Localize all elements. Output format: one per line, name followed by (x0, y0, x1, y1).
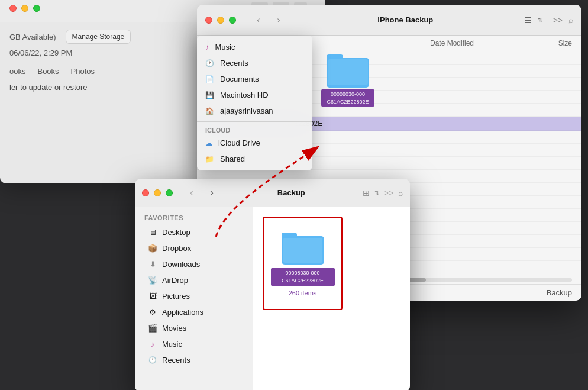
favorites-label: Favorites (135, 212, 253, 224)
chevrons-icon[interactable]: >> (553, 15, 563, 25)
finder-forward-button[interactable]: › (203, 185, 220, 201)
tab-books[interactable]: Books (37, 67, 59, 76)
back-button[interactable]: ‹ (250, 12, 267, 28)
popover-icloud-label: iCloud Drive (218, 138, 260, 147)
popover-recents-label: Recents (220, 59, 248, 67)
popover-hd-label: Macintosh HD (220, 91, 269, 99)
pictures-icon: 🖼 (148, 291, 157, 301)
backup-folder-icon (282, 230, 324, 265)
popover-item-macintosh[interactable]: 💾 Macintosh HD (197, 87, 312, 103)
svg-rect-8 (283, 238, 322, 263)
icloud-section-label: iCloud (197, 124, 312, 135)
sidebar-item-recents[interactable]: 🕐 Recents (138, 352, 249, 368)
svg-rect-5 (328, 59, 368, 85)
finder-grid-icon[interactable]: ⊞ (363, 188, 370, 198)
sidebar-item-downloads[interactable]: ⬇ Downloads (138, 256, 249, 272)
nav-buttons: ‹ › (250, 12, 287, 28)
sidebar-pictures-label: Pictures (162, 292, 190, 301)
icloud-icon: ☁ (205, 139, 212, 147)
finder-titlebar: ‹ › Backup ⊞ ⇅ >> ⌕ (135, 179, 410, 207)
storage-info: GB Available) (9, 33, 56, 41)
finder-chevrons-icon[interactable]: >> (384, 188, 393, 198)
main-minimize-button[interactable] (217, 17, 224, 24)
finder-sidebar: Favorites 🖥 Desktop 📦 Dropbox ⬇ Download… (135, 207, 253, 390)
recents-icon: 🕐 (205, 59, 214, 67)
finder-window: ‹ › Backup ⊞ ⇅ >> ⌕ Favorites 🖥 Desktop … (135, 179, 410, 390)
home-icon: 🏠 (205, 107, 214, 115)
forward-button[interactable]: › (270, 12, 287, 28)
list-view-icon[interactable]: ☰ (524, 15, 532, 25)
sidebar-desktop-label: Desktop (162, 228, 190, 237)
finder-back-button[interactable]: ‹ (183, 185, 200, 201)
sidebar-recents-label: Recents (162, 356, 190, 365)
dropbox-icon: 📦 (148, 243, 157, 253)
finder-title: Backup (225, 188, 358, 197)
popover-item-shared[interactable]: 📁 Shared (197, 151, 312, 167)
harddrive-icon: 💾 (205, 91, 214, 99)
search-icon[interactable]: ⌕ (568, 15, 573, 25)
window-title: iPhone Backup (292, 15, 519, 24)
main-zoom-button[interactable] (229, 17, 236, 24)
sidebar-item-music[interactable]: ♪ Music (138, 336, 249, 352)
movies-icon: 🎬 (148, 323, 157, 333)
finder-sort-icon[interactable]: ⇅ (374, 189, 379, 196)
popover-item-documents[interactable]: 📄 Documents (197, 71, 312, 87)
recents-sidebar-icon: 🕐 (148, 355, 157, 365)
backup-folder-name: 00008030-000C61AC2E22802E (271, 268, 335, 285)
finder-search-icon[interactable]: ⌕ (398, 188, 403, 198)
popover-item-user[interactable]: 🏠 ajaaysrinivasan (197, 103, 312, 119)
sidebar-item-airdrop[interactable]: 📡 AirDrop (138, 272, 249, 288)
backup-folder-count: 260 items (289, 289, 317, 296)
tab-photos[interactable]: Photos (71, 67, 95, 76)
tab-books-old[interactable]: ooks (9, 67, 25, 76)
popover-item-icloud[interactable]: ☁ iCloud Drive (197, 135, 312, 151)
popover-docs-label: Documents (220, 75, 259, 83)
finder-toolbar-actions: ⊞ ⇅ >> ⌕ (363, 188, 403, 198)
zoom-button[interactable] (33, 5, 40, 12)
shared-icon: 📁 (205, 155, 214, 163)
popover-item-music[interactable]: ♪ Music (197, 39, 312, 55)
main-titlebar: ‹ › iPhone Backup ☰ ⇅ >> ⌕ (197, 5, 581, 36)
finder-zoom-button[interactable] (166, 189, 173, 196)
popover-divider (197, 121, 312, 122)
sidebar-dropbox-label: Dropbox (162, 244, 191, 253)
folder-highlight-box: 00008030-000C61AC2E22802E 260 items (263, 217, 343, 310)
finder-minimize-button[interactable] (154, 189, 161, 196)
sidebar-item-movies[interactable]: 🎬 Movies (138, 320, 249, 336)
sidebar-music-label: Music (162, 340, 182, 349)
sidebar-item-applications[interactable]: ⚙ Applications (138, 304, 249, 320)
downloads-icon: ⬇ (148, 259, 157, 269)
main-window-folder-display: 00008030-000C61AC2E22802E (321, 52, 374, 107)
desktop-icon: 🖥 (148, 227, 157, 237)
sidebar-item-pictures[interactable]: 🖼 Pictures (138, 288, 249, 304)
applications-icon: ⚙ (148, 307, 157, 317)
music-icon: ♪ (205, 43, 209, 51)
main-close-button[interactable] (205, 17, 212, 24)
documents-icon: 📄 (205, 75, 214, 83)
col-date-header[interactable]: Date Modified (430, 39, 525, 47)
finder-close-button[interactable] (142, 189, 149, 196)
popover-item-recents[interactable]: 🕐 Recents (197, 55, 312, 71)
manage-storage-button[interactable]: Manage Storage (66, 30, 131, 44)
close-button[interactable] (9, 5, 17, 12)
sidebar-airdrop-label: AirDrop (162, 276, 188, 285)
finder-body: Favorites 🖥 Desktop 📦 Dropbox ⬇ Download… (135, 207, 410, 390)
popover-shared-label: Shared (220, 154, 245, 163)
airdrop-icon: 📡 (148, 275, 157, 285)
sidebar-downloads-label: Downloads (162, 260, 200, 269)
col-size-header[interactable]: Size (525, 39, 572, 47)
sidebar-movies-label: Movies (162, 324, 186, 333)
large-folder-icon (327, 52, 369, 88)
finder-main: 00008030-000C61AC2E22802E 260 items (253, 207, 410, 390)
sidebar-popover: ♪ Music 🕐 Recents 📄 Documents 💾 Macintos… (197, 36, 312, 170)
main-folder-name-label: 00008030-000C61AC2E22802E (321, 89, 374, 107)
popover-user-label: ajaaysrinivasan (220, 107, 273, 115)
music-sidebar-icon: ♪ (148, 339, 157, 349)
sidebar-applications-label: Applications (162, 308, 203, 317)
sort-icon[interactable]: ⇅ (538, 17, 542, 23)
sidebar-item-dropbox[interactable]: 📦 Dropbox (138, 240, 249, 256)
titlebar-actions: ☰ ⇅ >> ⌕ (524, 15, 573, 25)
sidebar-item-desktop[interactable]: 🖥 Desktop (138, 224, 249, 240)
minimize-button[interactable] (21, 5, 28, 12)
popover-music-label: Music (215, 43, 235, 51)
